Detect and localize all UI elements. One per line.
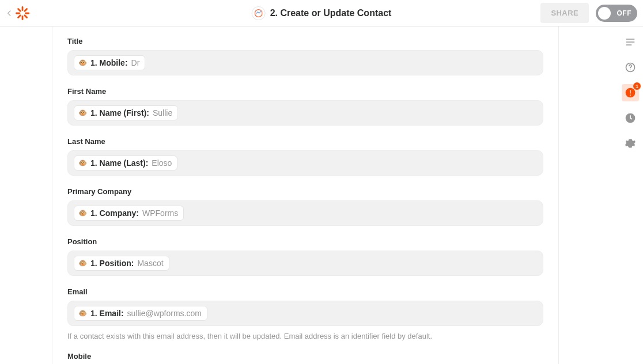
svg-point-16 [630, 94, 631, 96]
source-app-icon: 🐵 [78, 309, 87, 318]
form-field: Position🐵1. Position: Mascot [67, 237, 543, 276]
toggle-label: OFF [617, 9, 632, 17]
mapped-value-pill[interactable]: 🐵1. Position: Mascot [74, 256, 169, 271]
pill-value: Mascot [137, 259, 163, 268]
source-app-icon: 🐵 [78, 58, 87, 67]
field-label: Position [67, 237, 543, 246]
back-arrow-icon[interactable] [6, 10, 13, 17]
field-label: Email [67, 287, 543, 296]
form-field: Primary Company🐵1. Company: WPForms [67, 187, 543, 226]
app-icon [252, 6, 266, 20]
page-title-wrap: 2. Create or Update Contact [252, 6, 392, 20]
field-label: Last Name [67, 137, 543, 146]
field-input[interactable]: 🐵1. Email: sullie@wpforms.com [67, 301, 543, 326]
pill-label: 1. Mobile: [90, 58, 128, 67]
pill-label: 1. Name (First): [90, 108, 149, 117]
field-label: Primary Company [67, 187, 543, 196]
svg-rect-15 [630, 90, 631, 94]
pill-label: 1. Company: [90, 208, 139, 218]
zapier-logo-icon[interactable] [15, 6, 30, 21]
top-actions: SHARE OFF [540, 3, 637, 23]
right-rail: 1 [618, 26, 643, 364]
pill-value: WPForms [142, 208, 178, 218]
mapped-value-pill[interactable]: 🐵1. Email: sullie@wpforms.com [74, 306, 207, 321]
field-helper-text: If a contact exists with this email addr… [67, 332, 543, 340]
top-bar: 2. Create or Update Contact SHARE OFF [0, 0, 643, 26]
mapped-value-pill[interactable]: 🐵1. Mobile: Dr [74, 55, 145, 70]
field-input[interactable]: 🐵1. Name (First): Sullie [67, 100, 543, 126]
share-button[interactable]: SHARE [540, 3, 589, 23]
form-field: Mobile🐵1. Mobile: +12015550113 [67, 352, 543, 364]
field-input[interactable]: 🐵1. Name (Last): Eloso [67, 150, 543, 176]
field-input[interactable]: 🐵1. Mobile: Dr [67, 50, 543, 75]
form-field: Email🐵1. Email: sullie@wpforms.comIf a c… [67, 287, 543, 340]
source-app-icon: 🐵 [78, 158, 87, 168]
source-app-icon: 🐵 [78, 108, 87, 117]
pill-label: 1. Email: [90, 309, 124, 318]
svg-rect-7 [24, 14, 28, 18]
history-icon[interactable] [622, 109, 639, 127]
alert-badge: 1 [633, 82, 641, 90]
mapped-value-pill[interactable]: 🐵1. Name (First): Sullie [74, 105, 178, 120]
svg-rect-3 [25, 12, 29, 14]
page-title: 2. Create or Update Contact [270, 8, 392, 18]
source-app-icon: 🐵 [78, 259, 87, 268]
mapped-value-pill[interactable]: 🐵1. Company: WPForms [74, 206, 184, 221]
field-input[interactable]: 🐵1. Company: WPForms [67, 200, 543, 226]
alert-icon[interactable]: 1 [622, 84, 639, 101]
form-field: Last Name🐵1. Name (Last): Eloso [67, 137, 543, 176]
pill-label: 1. Name (Last): [90, 158, 148, 168]
form-panel: Title🐵1. Mobile: DrFirst Name🐵1. Name (F… [52, 26, 559, 364]
svg-rect-4 [24, 7, 28, 12]
stage: Title🐵1. Mobile: DrFirst Name🐵1. Name (F… [0, 26, 618, 364]
svg-point-13 [630, 70, 630, 70]
svg-rect-0 [22, 6, 24, 11]
svg-rect-2 [16, 12, 20, 14]
field-label: Title [67, 37, 543, 46]
form-field: Title🐵1. Mobile: Dr [67, 37, 543, 75]
publish-toggle[interactable]: OFF [596, 5, 637, 22]
pill-value: Dr [131, 58, 140, 67]
mapped-value-pill[interactable]: 🐵1. Name (Last): Eloso [74, 156, 177, 170]
field-input[interactable]: 🐵1. Position: Mascot [67, 251, 543, 276]
toggle-knob [598, 7, 611, 20]
settings-icon[interactable] [622, 135, 639, 152]
source-app-icon: 🐵 [78, 208, 87, 218]
pill-label: 1. Position: [90, 259, 134, 268]
svg-rect-5 [17, 14, 22, 18]
svg-rect-1 [22, 16, 24, 20]
field-label: First Name [67, 87, 543, 96]
field-label: Mobile [67, 352, 543, 361]
pill-value: Sullie [153, 108, 172, 117]
pill-value: Eloso [152, 158, 172, 168]
svg-rect-6 [17, 7, 22, 12]
pill-value: sullie@wpforms.com [127, 309, 202, 318]
outline-icon[interactable] [622, 33, 639, 51]
form-field: First Name🐵1. Name (First): Sullie [67, 87, 543, 126]
help-icon[interactable] [622, 59, 639, 76]
